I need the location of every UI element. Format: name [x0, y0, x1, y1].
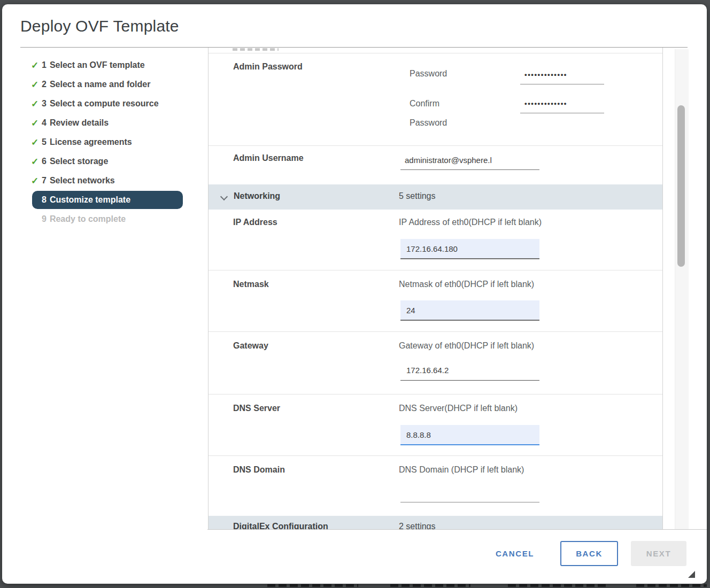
dns-domain-desc: DNS Domain (DHCP if left blank) [399, 465, 524, 475]
step-review-details[interactable]: ✓ 4 Review details [18, 113, 206, 133]
confirm-password-input[interactable]: ••••••••••••• [520, 94, 604, 113]
ip-address-label: IP Address [233, 218, 277, 227]
step-select-compute-resource[interactable]: ✓ 3 Select a compute resource [18, 94, 206, 113]
check-icon: ✓ [31, 60, 42, 71]
dialog-title: Deploy OVF Template [20, 17, 179, 35]
password-sublabel: Password [410, 69, 447, 79]
step-select-storage[interactable]: ✓ 6 Select storage [18, 152, 206, 171]
section-settings-count: 2 settings [399, 522, 435, 529]
step-label: Ready to complete [50, 214, 126, 224]
section-settings-count: 5 settings [399, 191, 435, 201]
row-divider [209, 270, 662, 270]
section-title: Networking [234, 191, 280, 201]
netmask-label: Netmask [233, 280, 269, 289]
wizard-steps: ✓ 1 Select an OVF template ✓ 2 Select a … [18, 56, 206, 229]
step-label: License agreements [50, 137, 132, 147]
step-customize-template-active[interactable]: 8 Customize template [32, 191, 183, 209]
step-select-ovf-template[interactable]: ✓ 1 Select an OVF template [18, 56, 206, 75]
confirm-password-sublabel: Confirm Password [410, 94, 459, 133]
check-icon: ✓ [31, 137, 42, 148]
content-bottom-divider [207, 529, 707, 530]
check-icon: ✓ [31, 175, 42, 187]
netmask-desc: Netmask of eth0(DHCP if left blank) [399, 280, 534, 289]
step-select-networks[interactable]: ✓ 7 Select networks [18, 171, 206, 190]
clipped-row-remnant [233, 48, 279, 51]
admin-password-label: Admin Password [233, 62, 303, 72]
check-icon: ✓ [31, 156, 42, 167]
clipped-background-text [390, 584, 470, 587]
row-divider [209, 331, 662, 332]
deploy-ovf-template-dialog: Deploy OVF Template ✓ 1 Select an OVF te… [2, 4, 707, 584]
dns-domain-input[interactable] [400, 482, 539, 502]
cancel-button[interactable]: CANCEL [487, 544, 543, 562]
check-icon: ✓ [31, 118, 42, 129]
step-label: Select an OVF template [50, 60, 145, 70]
step-label: Select a compute resource [50, 99, 159, 109]
scrollbar-thumb[interactable] [677, 105, 685, 267]
gateway-label: Gateway [233, 341, 268, 351]
admin-username-label: Admin Username [233, 153, 304, 163]
admin-username-input[interactable]: administrator@vsphere.l [400, 151, 539, 170]
step-label: Select a name and folder [50, 80, 151, 89]
networking-section-header[interactable]: Networking 5 settings [209, 184, 662, 210]
customize-template-form: Admin Password Password ••••••••••••• Co… [208, 48, 663, 529]
clipped-background-text [508, 584, 607, 587]
step-ready-to-complete: 9 Ready to complete [18, 210, 206, 229]
dns-server-input[interactable]: 8.8.8.8 [400, 425, 539, 445]
step-license-agreements[interactable]: ✓ 5 License agreements [18, 133, 206, 152]
next-button-disabled[interactable]: NEXT [631, 541, 686, 566]
row-divider [209, 145, 662, 146]
check-icon: ✓ [31, 98, 42, 110]
step-label: Select networks [50, 176, 115, 185]
gateway-input[interactable]: 172.16.64.2 [400, 360, 539, 381]
netmask-input[interactable]: 24 [400, 300, 539, 321]
back-button[interactable]: BACK [560, 541, 618, 566]
row-divider [209, 394, 662, 394]
row-divider [209, 53, 662, 53]
check-icon: ✓ [31, 79, 42, 90]
ip-address-input[interactable]: 172.16.64.180 [400, 239, 539, 259]
clipped-background-text [636, 584, 707, 587]
admin-password-input[interactable]: ••••••••••••• [520, 65, 604, 84]
ip-address-desc: IP Address of eth0(DHCP if left blank) [399, 218, 542, 227]
chevron-down-icon [220, 193, 228, 200]
dialog-resize-handle[interactable] [688, 571, 695, 578]
step-label: Review details [50, 118, 109, 128]
step-select-name-folder[interactable]: ✓ 2 Select a name and folder [18, 75, 206, 94]
step-label: Select storage [50, 157, 108, 166]
dns-domain-label: DNS Domain [233, 465, 285, 475]
row-divider [209, 455, 662, 456]
gateway-desc: Gateway of eth0(DHCP if left blank) [399, 341, 534, 351]
dns-server-label: DNS Server [233, 404, 280, 413]
section-title: DigitalEx Configuration [233, 522, 328, 529]
clipped-background-text [267, 584, 358, 587]
dns-server-desc: DNS Server(DHCP if left blank) [399, 404, 518, 413]
digitalex-configuration-section-header[interactable]: DigitalEx Configuration 2 settings [209, 516, 662, 529]
step-label: Customize template [50, 195, 130, 205]
